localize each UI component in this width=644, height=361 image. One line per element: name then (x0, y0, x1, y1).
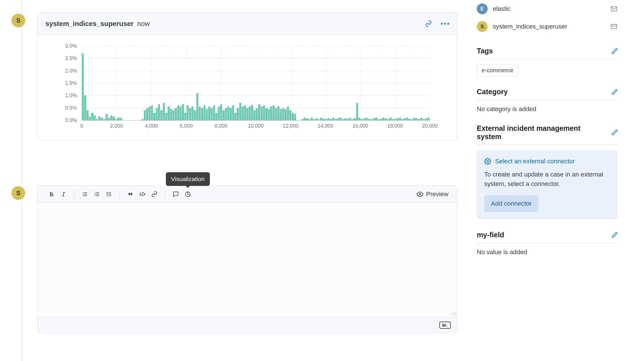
chart-bar (180, 107, 182, 120)
comment-title: system_indices_superuser now (45, 20, 150, 28)
chart-bar (258, 104, 260, 120)
bold-button[interactable] (45, 188, 57, 200)
chart-bar (320, 118, 322, 120)
preview-button[interactable]: Preview (413, 190, 452, 198)
add-connector-button[interactable]: Add connector (484, 195, 539, 212)
chart-bar (316, 118, 318, 120)
edit-external-button[interactable] (611, 129, 618, 136)
resize-handle[interactable] (451, 311, 456, 316)
markdown-badge[interactable]: M↓ (439, 322, 451, 329)
copy-link-button[interactable] (425, 20, 432, 27)
chart-bar (156, 108, 158, 120)
ordered-list-button[interactable]: 123 (91, 188, 103, 200)
chart-bar (98, 117, 100, 120)
user-row[interactable]: Ssystem_indices_superuser (477, 18, 618, 35)
user-row[interactable]: Eelastic (477, 0, 618, 18)
bar-chart[interactable]: 0.0%0.5%1.0%1.5%2.0%2.5%3.0%02,0004,0006… (55, 46, 440, 132)
chart-bar (370, 119, 372, 120)
custom-field-title: my-field (477, 231, 504, 239)
edit-category-button[interactable] (611, 89, 618, 95)
svg-rect-4 (84, 194, 87, 194)
tags-section: Tags e-commerce (477, 47, 618, 76)
bullet-list-button[interactable] (79, 188, 91, 200)
mail-icon[interactable] (610, 5, 618, 13)
x-axis-label: 20,000 (422, 123, 438, 129)
editor-textarea[interactable] (37, 203, 457, 317)
chart-bar (358, 118, 360, 120)
chart-bar (265, 108, 267, 120)
edit-tags-button[interactable] (611, 48, 618, 54)
editor-toolbar: 123 Visualization Preview (37, 186, 457, 203)
chart-bar (151, 105, 153, 120)
chart-bar (287, 107, 289, 120)
checklist-button[interactable] (103, 188, 115, 200)
svg-rect-9 (96, 192, 99, 193)
chart-bar (368, 119, 370, 120)
select-connector-link[interactable]: Select an external connector (484, 158, 610, 165)
user-name: elastic (493, 5, 511, 13)
code-icon (139, 191, 145, 197)
code-button[interactable] (136, 188, 148, 200)
svg-point-2 (83, 195, 83, 196)
chart-bar (304, 118, 306, 120)
chart-bar (208, 107, 210, 120)
sidebar: EelasticSsystem_indices_superuser Tags e… (472, 0, 622, 256)
comment-editor-card: 123 Visualization Preview (37, 185, 457, 333)
chart-bar (213, 105, 215, 120)
chart-bar (346, 119, 348, 120)
chart-bar (380, 119, 382, 120)
y-axis-label: 3.0% (65, 43, 77, 49)
chart-bar (396, 118, 398, 120)
chart-bar (411, 119, 413, 120)
chart-bar (184, 113, 186, 120)
svg-point-0 (83, 192, 83, 193)
y-axis-label: 1.0% (65, 93, 77, 99)
category-title: Category (477, 88, 508, 96)
chart-bar (313, 119, 315, 120)
chart-bar (273, 105, 275, 120)
edit-custom-field-button[interactable] (611, 232, 618, 238)
mail-icon[interactable] (610, 23, 618, 30)
chart-bar (404, 118, 406, 120)
mention-button[interactable] (170, 188, 182, 200)
x-axis-label: 2,000 (110, 123, 123, 129)
chart-bar (163, 103, 165, 120)
chart-bar (342, 119, 344, 120)
chart-bar (113, 117, 115, 120)
chart-bar (141, 119, 143, 120)
chart-bar (363, 118, 365, 120)
tags-body: e-commerce (477, 59, 618, 76)
svg-rect-10 (96, 194, 99, 194)
chart-bar (105, 114, 107, 120)
chart-bar (349, 118, 351, 120)
x-axis-label: 6,000 (180, 123, 193, 129)
chart-bar (413, 118, 415, 120)
chart-bar (356, 103, 358, 120)
chart-bar (89, 117, 91, 120)
tag-pill[interactable]: e-commerce (477, 65, 518, 76)
divider (165, 190, 165, 198)
user-avatar: E (477, 3, 488, 14)
comment-avatar: S (11, 14, 25, 27)
external-section: External incident management system Sele… (477, 124, 618, 219)
chart-bar (408, 119, 410, 120)
chart-bar (227, 107, 229, 120)
chart-bar (375, 118, 377, 120)
svg-rect-3 (84, 192, 87, 193)
link-icon (151, 191, 157, 197)
italic-button[interactable] (57, 188, 69, 200)
more-actions-button[interactable] (441, 23, 449, 25)
link-button[interactable] (148, 188, 160, 200)
chart-bar (204, 105, 206, 120)
quote-button[interactable] (124, 188, 136, 200)
chart-bar (387, 119, 389, 120)
eye-icon (416, 191, 423, 198)
chart-bar (160, 110, 162, 120)
user-avatar: S (477, 21, 488, 32)
chart-bar (378, 119, 380, 120)
chart-bar (249, 107, 251, 120)
chart-bar (344, 118, 346, 120)
svg-text:3: 3 (95, 194, 96, 196)
chart-bar (308, 119, 310, 120)
visualization-button[interactable]: Visualization (182, 188, 194, 200)
